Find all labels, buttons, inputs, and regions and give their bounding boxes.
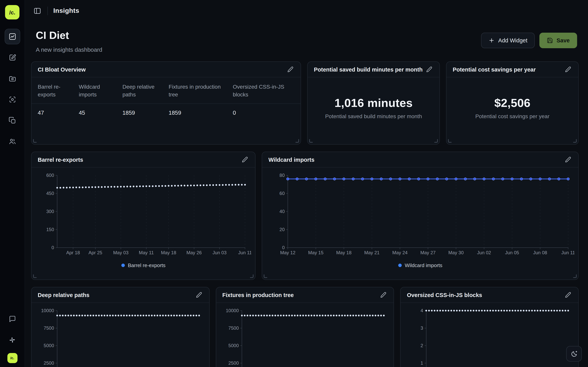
stat-caption: Potential cost savings per year [475, 113, 549, 119]
widget-oversized-css-in-js: Oversized CSS-in-JS blocks 01234 [400, 287, 579, 367]
svg-text:0: 0 [282, 245, 285, 250]
widget-title: Oversized CSS-in-JS blocks [407, 292, 482, 298]
overview-table: Barrel re-exports Wildcard imports Deep … [32, 77, 301, 122]
widget-grid: CI Bloat Overview Barrel re-exports Wild… [31, 61, 579, 367]
edit-widget-button[interactable] [195, 291, 203, 299]
widget-deep-relative-paths: Deep relative paths 025005000750010000 [31, 287, 210, 367]
add-widget-button[interactable]: Add Widget [481, 33, 535, 48]
chart-legend: Barrel re-exports [32, 258, 255, 268]
line-chart: 0150300450600Apr 18Apr 25May 03May 11May… [35, 170, 252, 258]
sidebar-footer: /c. [4, 311, 20, 363]
column-header: Fixtures in production tree [168, 83, 233, 99]
theme-toggle-button[interactable] [566, 346, 582, 362]
sidebar-item-insights[interactable] [4, 29, 20, 44]
svg-text:2: 2 [420, 343, 423, 348]
save-label: Save [556, 37, 570, 43]
slack-icon [9, 336, 16, 343]
add-widget-label: Add Widget [498, 37, 527, 43]
line-chart: 01234 [405, 305, 574, 367]
svg-text:10000: 10000 [226, 308, 239, 313]
sidebar: /c. [0, 0, 25, 367]
stat-caption: Potential saved build minutes per month [325, 113, 422, 119]
sidebar-item-slack[interactable] [4, 332, 20, 348]
resize-handle-left[interactable] [264, 275, 267, 278]
widget-title: Potential saved build minutes per month [314, 66, 422, 73]
resize-handle-right[interactable] [573, 139, 577, 143]
cell-value: 47 [38, 109, 79, 116]
edit-widget-button[interactable] [425, 65, 433, 74]
chart-legend: Wildcard imports [262, 258, 578, 268]
svg-text:May 03: May 03 [113, 250, 128, 255]
widget-wildcard-imports: Wildcard imports 020406080May 12May 15Ma… [262, 152, 579, 280]
save-button[interactable]: Save [539, 33, 577, 48]
moon-icon [570, 350, 578, 358]
resize-handle-left[interactable] [309, 139, 313, 143]
table-row: 47 45 1859 1859 0 [38, 104, 294, 122]
sidebar-item-scan[interactable] [4, 92, 20, 107]
sidebar-item-members[interactable] [4, 134, 20, 149]
svg-text:150: 150 [46, 227, 54, 232]
svg-text:0: 0 [51, 245, 54, 250]
legend-dot [398, 264, 402, 267]
cell-value: 0 [233, 109, 294, 116]
edit-widget-button[interactable] [241, 156, 249, 164]
widget-cost-savings: Potential cost savings per year $2,506 P… [446, 61, 579, 145]
sidebar-item-code-review[interactable] [4, 50, 20, 65]
sidebar-item-repositories[interactable] [4, 71, 20, 86]
code-review-icon [8, 54, 16, 61]
copy-icon [8, 117, 16, 125]
insights-chart-icon [8, 33, 16, 41]
sidebar-toggle-button[interactable] [33, 6, 42, 16]
svg-text:Apr 18: Apr 18 [66, 250, 80, 255]
brand-badge[interactable]: /c. [7, 353, 17, 363]
column-header: Deep relative paths [123, 83, 169, 99]
resize-handle-left[interactable] [33, 139, 37, 143]
edit-widget-button[interactable] [564, 65, 572, 74]
brand-logo[interactable]: /c. [5, 5, 19, 19]
widget-title: Fixtures in production tree [222, 292, 294, 298]
sidebar-item-copies[interactable] [4, 113, 20, 128]
svg-text:May 11: May 11 [139, 250, 154, 255]
svg-text:Jun 11: Jun 11 [238, 250, 251, 255]
brand-badge-text: /c. [10, 356, 14, 360]
widget-fixtures-production-tree: Fixtures in production tree 025005000750… [216, 287, 394, 367]
resize-handle-right[interactable] [573, 275, 577, 278]
resize-handle-left[interactable] [33, 275, 37, 278]
svg-text:May 15: May 15 [308, 250, 324, 255]
edit-widget-button[interactable] [286, 65, 294, 74]
svg-text:Jun 11: Jun 11 [561, 250, 574, 255]
svg-text:Jun 05: Jun 05 [505, 250, 519, 255]
widget-title: Barrel re-exports [38, 157, 83, 163]
page-subtitle: A new insights dashboard [36, 46, 102, 53]
svg-text:May 18: May 18 [336, 250, 352, 255]
svg-text:300: 300 [46, 209, 54, 214]
svg-text:7500: 7500 [44, 325, 54, 331]
brand-logo-text: /c. [9, 9, 15, 15]
sidebar-item-feedback[interactable] [4, 311, 20, 326]
widget-ci-bloat-overview: CI Bloat Overview Barrel re-exports Wild… [31, 61, 301, 145]
resize-handle-right[interactable] [295, 139, 299, 143]
plus-icon [488, 37, 495, 43]
edit-widget-button[interactable] [564, 291, 572, 299]
page-title: CI Diet [36, 30, 102, 42]
topbar-title: Insights [53, 7, 79, 15]
resize-handle-right[interactable] [250, 275, 254, 278]
stat-value: $2,506 [494, 96, 530, 109]
svg-text:2500: 2500 [44, 360, 54, 366]
resize-handle-right[interactable] [434, 139, 438, 143]
resize-handle-left[interactable] [448, 139, 452, 143]
svg-text:1: 1 [420, 360, 423, 366]
widget-title: Wildcard imports [269, 157, 315, 163]
edit-widget-button[interactable] [564, 156, 572, 164]
svg-text:May 24: May 24 [392, 250, 408, 255]
column-header: Oversized CSS-in-JS blocks [233, 83, 294, 99]
column-header: Barrel re-exports [38, 83, 79, 99]
line-chart: 025005000750010000 [35, 305, 205, 367]
edit-widget-button[interactable] [379, 291, 387, 299]
svg-text:5000: 5000 [228, 343, 239, 348]
svg-text:Apr 25: Apr 25 [88, 250, 102, 255]
widget-title: CI Bloat Overview [38, 66, 86, 73]
line-chart: 020406080May 12May 15May 18May 21May 24M… [266, 170, 574, 258]
svg-text:80: 80 [280, 173, 285, 178]
svg-text:3: 3 [420, 325, 423, 331]
